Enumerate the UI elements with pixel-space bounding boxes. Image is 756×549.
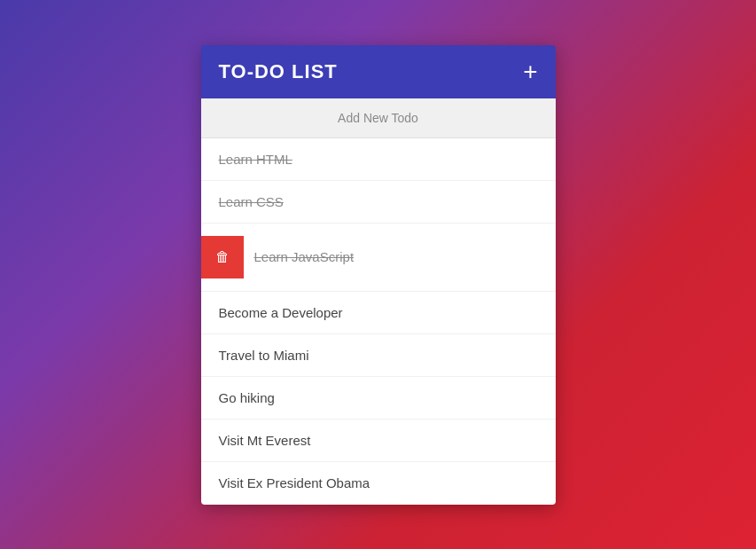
todo-item-text: Learn CSS bbox=[219, 194, 284, 209]
todo-list: Learn HTMLLearn CSS🗑Learn JavaScriptBeco… bbox=[201, 138, 556, 505]
todo-item-text: Travel to Miami bbox=[219, 348, 309, 363]
todo-item-text: Go hiking bbox=[219, 390, 275, 405]
todo-item[interactable]: 🗑Learn JavaScript bbox=[201, 224, 556, 292]
todo-item-text: Learn JavaScript bbox=[254, 249, 355, 264]
todo-title: TO-DO LIST bbox=[219, 60, 338, 83]
todo-item[interactable]: Become a Developer bbox=[201, 292, 556, 334]
todo-item-text: Visit Ex President Obama bbox=[219, 475, 370, 490]
todo-item-text: Become a Developer bbox=[219, 305, 343, 320]
todo-item[interactable]: Visit Mt Everest bbox=[201, 420, 556, 462]
todo-item-text: Learn HTML bbox=[219, 152, 292, 167]
delete-button[interactable]: 🗑 bbox=[201, 236, 244, 278]
trash-icon: 🗑 bbox=[215, 249, 230, 265]
todo-header: TO-DO LIST + bbox=[201, 45, 556, 98]
add-new-label: Add New Todo bbox=[338, 111, 418, 125]
todo-container: TO-DO LIST + Add New Todo Learn HTMLLear… bbox=[201, 45, 556, 505]
todo-item[interactable]: Travel to Miami bbox=[201, 334, 556, 377]
add-todo-button[interactable]: + bbox=[523, 59, 537, 84]
add-new-section[interactable]: Add New Todo bbox=[201, 98, 556, 138]
todo-item-text: Visit Mt Everest bbox=[219, 433, 311, 448]
todo-item[interactable]: Visit Ex President Obama bbox=[201, 462, 556, 505]
todo-item[interactable]: Learn HTML bbox=[201, 138, 556, 181]
todo-item[interactable]: Learn CSS bbox=[201, 181, 556, 224]
todo-item[interactable]: Go hiking bbox=[201, 377, 556, 420]
